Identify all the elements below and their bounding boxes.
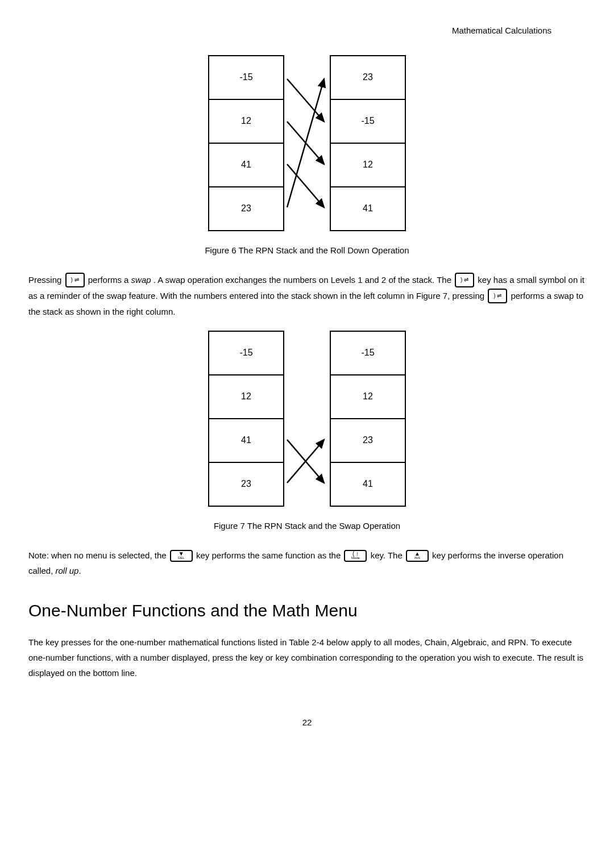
header-title: Mathematical Calculations bbox=[452, 26, 551, 35]
stack-cell: 41 bbox=[209, 419, 283, 463]
figure7-left-stack: -15 12 41 23 bbox=[208, 331, 284, 507]
stack-cell: 12 bbox=[331, 144, 405, 187]
figure6-left-stack: -15 12 41 23 bbox=[208, 55, 284, 231]
page-number: 22 bbox=[28, 715, 586, 730]
stack-cell: 12 bbox=[331, 375, 405, 419]
key-label: ) ⇌ bbox=[70, 275, 78, 285]
key-sublabel: INS bbox=[414, 556, 420, 560]
paragraph-one-number: The key presses for the one-number mathe… bbox=[28, 635, 586, 681]
swap-arrows bbox=[284, 331, 330, 507]
key-sublabel: Mode bbox=[351, 556, 360, 560]
rollup-term: roll up bbox=[56, 566, 79, 575]
text-fragment: . A swap operation exchanges the numbers… bbox=[154, 275, 454, 285]
stack-cell: 23 bbox=[209, 463, 283, 506]
paren-mode-key-icon: ( ↕ Mode bbox=[344, 550, 367, 562]
figure6-caption: Figure 6 The RPN Stack and the Roll Down… bbox=[28, 243, 586, 258]
stack-cell: 23 bbox=[331, 419, 405, 463]
figure7-caption: Figure 7 The RPN Stack and the Swap Oper… bbox=[28, 518, 586, 533]
text-fragment: key. The bbox=[371, 550, 405, 560]
text-fragment: performs a bbox=[88, 275, 131, 285]
key-sublabel: DEL bbox=[178, 556, 185, 560]
svg-line-2 bbox=[287, 122, 324, 164]
stack-cell: 41 bbox=[331, 463, 405, 506]
swap-key-icon: ) ⇌ bbox=[65, 273, 85, 287]
stack-cell: -15 bbox=[209, 56, 283, 100]
text-fragment: Pressing bbox=[28, 275, 64, 285]
stack-cell: 12 bbox=[209, 100, 283, 144]
key-label: ( ↕ bbox=[352, 552, 359, 556]
key-label: ▼ bbox=[179, 552, 184, 556]
stack-cell: 23 bbox=[209, 187, 283, 230]
text-fragment: Note: when no menu is selected, the bbox=[28, 550, 169, 560]
stack-cell: 23 bbox=[331, 56, 405, 100]
figure6-right-stack: 23 -15 12 41 bbox=[330, 55, 406, 231]
stack-cell: 41 bbox=[209, 144, 283, 187]
stack-cell: -15 bbox=[209, 332, 283, 375]
section-heading: One-Number Functions and the Math Menu bbox=[28, 595, 586, 626]
stack-cell: 41 bbox=[331, 187, 405, 230]
up-ins-key-icon: ▲ INS bbox=[406, 550, 429, 562]
down-del-key-icon: ▼ DEL bbox=[170, 550, 193, 562]
swap-key-icon: ) ⇌ bbox=[488, 289, 507, 303]
text-fragment: . bbox=[78, 566, 81, 575]
key-label: ) ⇌ bbox=[493, 291, 501, 301]
text-fragment: key performs the same function as the bbox=[196, 550, 343, 560]
key-label: ▲ bbox=[414, 552, 420, 556]
figure-7: -15 12 41 23 -15 12 23 41 bbox=[28, 331, 586, 507]
paragraph-note: Note: when no menu is selected, the ▼ DE… bbox=[28, 548, 586, 578]
swap-term: swap bbox=[131, 275, 151, 285]
figure-6: -15 12 41 23 23 -15 12 41 bbox=[28, 55, 586, 231]
roll-down-arrows bbox=[284, 55, 330, 231]
stack-cell: 12 bbox=[209, 375, 283, 419]
swap-key-icon: ) ⇌ bbox=[455, 273, 474, 287]
key-label: ) ⇌ bbox=[460, 275, 468, 285]
page-header: Mathematical Calculations bbox=[28, 23, 586, 38]
paragraph-swap-description: Pressing ) ⇌ performs a swap . A swap op… bbox=[28, 272, 586, 319]
figure7-right-stack: -15 12 23 41 bbox=[330, 331, 406, 507]
stack-cell: -15 bbox=[331, 100, 405, 144]
stack-cell: -15 bbox=[331, 332, 405, 375]
